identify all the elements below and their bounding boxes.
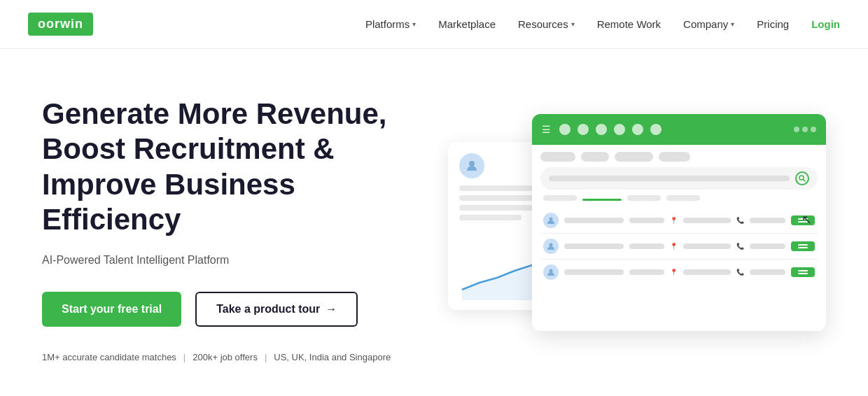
stat-jobs: 200k+ job offers (192, 352, 258, 362)
search-bar-line (549, 176, 790, 181)
chevron-down-icon-2: ▾ (571, 20, 575, 28)
row-location-1 (683, 218, 731, 223)
nav-label-platforms: Platforms (365, 18, 410, 30)
nav-label-login: Login (811, 18, 840, 30)
row-location-2 (683, 243, 731, 249)
nav-item-resources[interactable]: Resources ▾ (518, 18, 575, 30)
phone-icon-1: 📞 (736, 217, 744, 224)
hero-buttons: Start your free trial Take a product tou… (42, 292, 406, 327)
header-icons (559, 124, 662, 135)
stat-sep-2: | (265, 352, 267, 362)
menu-icon: ☰ (542, 124, 551, 135)
header-icon-grid (614, 124, 625, 135)
chevron-down-icon-3: ▾ (731, 20, 734, 28)
table-row-1: 📍 📞 (540, 208, 818, 234)
navbar: oorwin Platforms ▾ Marketplace Resources… (0, 0, 868, 49)
hero-illustration: ☰ (448, 114, 826, 345)
row-email-3 (629, 269, 665, 275)
row-email-2 (629, 243, 665, 249)
row-phone-1 (750, 218, 785, 223)
hero-stats: 1M+ accurate candidate matches | 200k+ j… (42, 352, 406, 362)
cursor-indicator: ↖ (802, 212, 812, 227)
chevron-down-icon: ▾ (412, 20, 416, 28)
svg-point-0 (469, 161, 475, 167)
nav-label-pricing: Pricing (757, 18, 789, 30)
filter-chip-2 (581, 152, 609, 162)
dashboard-body: 📍 📞 📍 📞 (532, 145, 826, 292)
arrow-icon: → (326, 303, 337, 316)
header-icon-user (596, 124, 607, 135)
filter-chip-1 (540, 152, 575, 162)
nav-label-company: Company (683, 18, 728, 30)
tab-1[interactable] (543, 195, 577, 201)
location-icon-1: 📍 (670, 217, 678, 224)
row-name-2 (564, 243, 624, 249)
nav-item-marketplace[interactable]: Marketplace (438, 18, 496, 30)
header-dots (794, 127, 816, 132)
svg-point-5 (550, 269, 553, 273)
hero-section: Generate More Revenue, Boost Recruitment… (0, 49, 868, 396)
header-icon-profile (650, 124, 662, 135)
table-row-2: 📍 📞 (540, 234, 818, 260)
candidate-avatar (459, 153, 484, 178)
location-icon-3: 📍 (670, 269, 678, 276)
stat-matches: 1M+ accurate candidate matches (42, 352, 176, 362)
product-tour-button[interactable]: Take a product tour → (195, 292, 358, 327)
table-row-3: 📍 📞 (540, 260, 818, 285)
row-avatar-1 (543, 213, 559, 228)
nav-label-remotework: Remote Work (597, 18, 661, 30)
tab-3[interactable] (627, 195, 661, 201)
stat-regions: US, UK, India and Singapore (274, 352, 391, 362)
dashboard-card: ☰ (532, 114, 826, 331)
search-icon (795, 171, 809, 185)
dashboard-header: ☰ (532, 114, 826, 145)
nav-item-platforms[interactable]: Platforms ▾ (365, 18, 416, 30)
tab-active[interactable] (582, 199, 622, 201)
search-bar[interactable] (540, 167, 818, 190)
tabs-row (540, 195, 818, 201)
header-icon-search (559, 124, 570, 135)
svg-point-3 (550, 218, 553, 221)
nav-item-company[interactable]: Company ▾ (683, 18, 734, 30)
candidate-line-4 (459, 215, 522, 220)
nav-label-resources: Resources (518, 18, 568, 30)
nav-links: Platforms ▾ Marketplace Resources ▾ Remo… (365, 18, 840, 30)
action-button-3[interactable] (791, 267, 815, 277)
row-name-1 (564, 218, 624, 223)
product-tour-label: Take a product tour (216, 303, 320, 316)
nav-label-marketplace: Marketplace (438, 18, 496, 30)
filter-chip-3 (615, 152, 653, 162)
nav-item-pricing[interactable]: Pricing (757, 18, 789, 30)
row-phone-3 (750, 269, 785, 275)
nav-item-remotework[interactable]: Remote Work (597, 18, 661, 30)
phone-icon-2: 📞 (736, 243, 744, 250)
filter-chip-4 (659, 152, 690, 162)
header-icon-add (578, 124, 589, 135)
svg-line-2 (804, 180, 806, 182)
hero-content: Generate More Revenue, Boost Recruitment… (42, 97, 406, 363)
row-location-3 (683, 269, 731, 275)
start-trial-button[interactable]: Start your free trial (42, 292, 181, 327)
row-phone-2 (750, 243, 785, 249)
row-avatar-3 (543, 264, 559, 280)
header-icon-settings (632, 124, 643, 135)
location-icon-2: 📍 (670, 243, 678, 250)
action-button-2[interactable] (791, 241, 815, 251)
row-name-3 (564, 269, 624, 275)
candidate-line-2 (459, 195, 534, 201)
svg-point-4 (550, 243, 553, 247)
row-avatar-2 (543, 239, 559, 254)
phone-icon-3: 📞 (736, 269, 744, 276)
nav-item-login[interactable]: Login (811, 18, 840, 30)
stat-sep-1: | (183, 352, 186, 362)
row-email-1 (629, 218, 665, 223)
hero-heading: Generate More Revenue, Boost Recruitment… (42, 97, 406, 238)
hero-subheading: AI-Powered Talent Intelligent Platform (42, 254, 406, 267)
tab-4[interactable] (666, 195, 700, 201)
logo[interactable]: oorwin (28, 13, 93, 36)
